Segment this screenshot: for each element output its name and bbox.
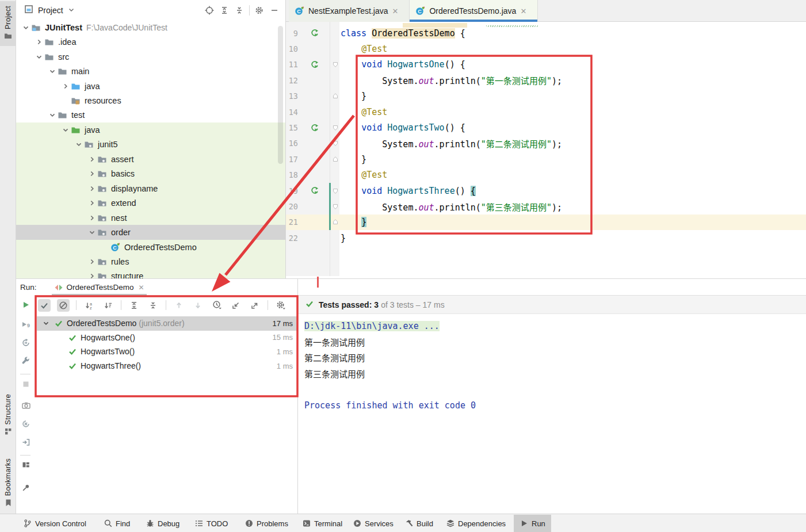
tree-item-extend[interactable]: extend — [16, 196, 285, 210]
code-line-10[interactable]: 10 @Test — [286, 41, 806, 56]
sort-by-duration-button[interactable] — [102, 299, 114, 312]
tree-chevron[interactable] — [87, 155, 97, 164]
close-icon[interactable]: ✕ — [139, 284, 144, 292]
next-test-button[interactable] — [192, 299, 204, 312]
sort-alphabetically-button[interactable]: az — [83, 299, 96, 312]
tree-item-junit5[interactable]: junit5 — [16, 137, 285, 152]
editor-tab-1[interactable]: COrderedTestsDemo.java✕ — [410, 0, 538, 22]
panel-settings-button[interactable] — [252, 4, 267, 17]
show-ignored-button[interactable] — [57, 299, 70, 312]
tree-item-.idea[interactable]: .idea — [16, 35, 285, 49]
tree-chevron[interactable] — [47, 110, 58, 120]
export-tests-button[interactable] — [249, 299, 261, 312]
tree-item-src[interactable]: src — [16, 49, 285, 64]
statusbar-version-control[interactable]: Version Control — [23, 515, 86, 532]
tree-chevron[interactable] — [21, 23, 31, 32]
code-line-12[interactable]: 12 System.out.println("第一条测试用例"); — [286, 72, 806, 88]
run-test-gutter-icon[interactable] — [308, 124, 320, 132]
statusbar-run[interactable]: Run — [514, 515, 551, 532]
test-case-row[interactable]: HogwartsThree()1 ms — [37, 359, 297, 373]
tree-chevron[interactable] — [34, 52, 44, 62]
editor-tab-0[interactable]: CNestExampleTest.java✕ — [289, 0, 410, 22]
tree-item-displayname[interactable]: displayname — [16, 181, 285, 196]
test-suite-row[interactable]: OrderedTestsDemo (junit5.order)17 ms — [37, 316, 297, 331]
statusbar-todo[interactable]: TODO — [194, 515, 228, 532]
expand-all-button[interactable] — [217, 4, 232, 17]
tree-item-java[interactable]: java — [16, 79, 285, 94]
tool-button-project[interactable]: Project — [0, 1, 16, 46]
code-line-22[interactable]: 22} — [286, 230, 806, 246]
tree-item-order[interactable]: order — [16, 225, 285, 240]
tool-button-bookmarks[interactable]: Bookmarks — [0, 457, 16, 515]
fold-marker[interactable] — [331, 218, 339, 226]
fold-marker[interactable] — [331, 60, 339, 68]
tree-item-rules[interactable]: rules — [16, 254, 285, 269]
locate-button[interactable] — [202, 4, 217, 17]
tree-item-basics[interactable]: basics — [16, 167, 285, 182]
statusbar-services[interactable]: Services — [353, 515, 394, 532]
fold-marker[interactable] — [331, 187, 339, 195]
fold-marker[interactable] — [331, 92, 339, 100]
run-test-gutter-icon[interactable] — [308, 186, 320, 195]
tree-chevron[interactable] — [60, 82, 71, 91]
tree-chevron[interactable] — [87, 198, 97, 208]
tree-chevron[interactable] — [34, 37, 44, 47]
tree-chevron[interactable] — [60, 125, 71, 135]
code-line-11[interactable]: 11 void HogwartsOne() { — [286, 57, 806, 72]
statusbar-build[interactable]: Build — [404, 515, 433, 532]
tree-item-nest[interactable]: nest — [16, 210, 285, 225]
expand-all-button[interactable] — [128, 299, 140, 312]
test-case-row[interactable]: HogwartsOne()15 ms — [37, 331, 297, 345]
code-line-18[interactable]: 18 @Test — [286, 167, 806, 183]
fold-marker[interactable] — [331, 139, 339, 147]
tree-chevron[interactable] — [87, 257, 97, 266]
run-test-gutter-icon[interactable] — [308, 60, 320, 69]
chevron-down-icon[interactable] — [68, 5, 75, 16]
code-line-14[interactable]: 14 @Test — [286, 104, 806, 120]
close-icon[interactable]: ✕ — [392, 7, 399, 16]
previous-test-button[interactable] — [173, 299, 185, 312]
fold-marker[interactable] — [331, 155, 339, 163]
project-scrollbar[interactable] — [278, 26, 283, 164]
tree-chevron[interactable] — [47, 67, 58, 76]
code-line-15[interactable]: 15 void HogwartsTwo() { — [286, 120, 806, 135]
statusbar-debug[interactable]: Debug — [146, 515, 179, 532]
run-tab[interactable]: OrderedTestsDemo✕ — [52, 279, 147, 296]
tree-chevron[interactable] — [87, 228, 97, 237]
hide-panel-button[interactable] — [267, 4, 282, 17]
code-line-16[interactable]: 16 System.out.println("第二条测试用例"); — [286, 136, 806, 151]
tree-chevron[interactable] — [87, 184, 97, 193]
statusbar-terminal[interactable]: Terminal — [302, 515, 342, 532]
show-passed-button[interactable] — [38, 299, 51, 312]
tool-button-structure[interactable]: Structure — [0, 393, 16, 445]
tree-item-structure[interactable]: structure — [16, 269, 285, 279]
run-test-gutter-icon[interactable] — [308, 29, 320, 37]
tree-item-resources[interactable]: resources — [16, 93, 285, 108]
rerun-button[interactable] — [20, 299, 32, 311]
collapse-all-button[interactable] — [232, 4, 247, 17]
code-line-13[interactable]: 13 } — [286, 89, 806, 104]
tree-chevron[interactable] — [87, 213, 97, 223]
import-tests-button[interactable] — [230, 299, 242, 312]
close-icon[interactable]: ✕ — [520, 7, 526, 16]
project-panel-title[interactable]: Project — [38, 6, 63, 15]
test-settings-button[interactable] — [274, 299, 287, 312]
statusbar-find[interactable]: Find — [104, 515, 130, 532]
code-line-21[interactable]: 21 } — [286, 215, 806, 230]
tree-item-orderedtestsdemo[interactable]: COrderedTestsDemo — [16, 240, 285, 255]
test-case-row[interactable]: HogwartsTwo()1 ms — [37, 345, 297, 359]
code-line-20[interactable]: 20 System.out.println("第三条测试用例"); — [286, 198, 806, 214]
test-history-button[interactable] — [211, 299, 223, 312]
tree-item-junittest[interactable]: JUnitTestF:\JavaCode\JUnitTest — [16, 20, 285, 35]
collapse-all-button[interactable] — [147, 299, 159, 312]
code-line-9[interactable]: 9class OrderedTestsDemo { — [286, 25, 806, 41]
tree-item-java[interactable]: java — [16, 123, 285, 137]
tree-item-main[interactable]: main — [16, 64, 285, 79]
tree-chevron[interactable] — [74, 140, 84, 149]
code-line-17[interactable]: 17 } — [286, 151, 806, 167]
code-line-19[interactable]: 19 void HogwartsThree() { — [286, 183, 806, 198]
tree-item-assert[interactable]: assert — [16, 152, 285, 167]
statusbar-dependencies[interactable]: Dependencies — [446, 515, 506, 532]
statusbar-problems[interactable]: Problems — [245, 515, 288, 532]
tree-chevron[interactable] — [87, 169, 97, 178]
